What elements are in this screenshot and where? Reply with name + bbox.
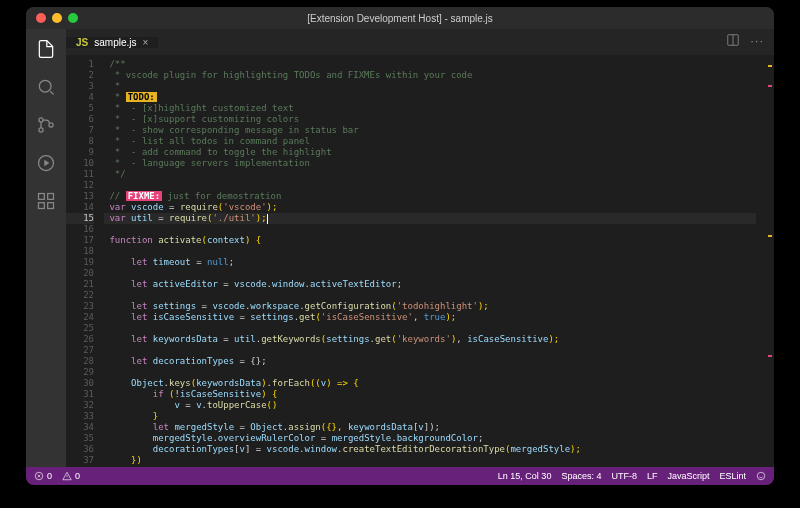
svg-point-11 bbox=[757, 472, 765, 480]
vscode-window: [Extension Development Host] - sample.js… bbox=[26, 7, 774, 485]
editor-group: JS sample.js × ··· 123456789101112131415… bbox=[66, 29, 774, 467]
minimap[interactable] bbox=[756, 55, 774, 467]
svg-point-2 bbox=[39, 128, 43, 132]
status-eol[interactable]: LF bbox=[647, 471, 658, 481]
zoom-dot[interactable] bbox=[68, 13, 78, 23]
minimize-dot[interactable] bbox=[52, 13, 62, 23]
warning-icon bbox=[62, 471, 72, 481]
activity-bar bbox=[26, 29, 66, 467]
status-errors[interactable]: 0 bbox=[34, 471, 52, 481]
more-icon[interactable]: ··· bbox=[750, 33, 764, 51]
svg-rect-8 bbox=[48, 203, 54, 209]
status-language[interactable]: JavaScript bbox=[667, 471, 709, 481]
svg-point-3 bbox=[49, 123, 53, 127]
split-editor-icon[interactable] bbox=[726, 33, 740, 51]
close-icon[interactable]: × bbox=[142, 37, 148, 48]
js-icon: JS bbox=[76, 37, 88, 48]
status-cursor[interactable]: Ln 15, Col 30 bbox=[498, 471, 552, 481]
error-icon bbox=[34, 471, 44, 481]
titlebar[interactable]: [Extension Development Host] - sample.js bbox=[26, 7, 774, 29]
line-gutter: 1234567891011121314151617181920212223242… bbox=[66, 55, 104, 467]
traffic-lights bbox=[26, 13, 78, 23]
tab-actions: ··· bbox=[726, 33, 774, 51]
svg-point-1 bbox=[39, 118, 43, 122]
search-icon[interactable] bbox=[36, 77, 56, 101]
source-control-icon[interactable] bbox=[36, 115, 56, 139]
explorer-icon[interactable] bbox=[36, 39, 56, 63]
svg-rect-5 bbox=[39, 194, 45, 200]
debug-icon[interactable] bbox=[36, 153, 56, 177]
window-body: JS sample.js × ··· 123456789101112131415… bbox=[26, 29, 774, 467]
svg-rect-7 bbox=[39, 203, 45, 209]
status-bar: 0 0 Ln 15, Col 30 Spaces: 4 UTF-8 LF Jav… bbox=[26, 467, 774, 485]
tab-sample-js[interactable]: JS sample.js × bbox=[66, 37, 158, 48]
tab-label: sample.js bbox=[94, 37, 136, 48]
window-title: [Extension Development Host] - sample.js bbox=[307, 13, 493, 24]
status-spaces[interactable]: Spaces: 4 bbox=[561, 471, 601, 481]
feedback-icon[interactable] bbox=[756, 471, 766, 481]
status-encoding[interactable]: UTF-8 bbox=[611, 471, 637, 481]
close-dot[interactable] bbox=[36, 13, 46, 23]
code-area[interactable]: /** * vscode plugin for highlighting TOD… bbox=[104, 55, 756, 467]
extensions-icon[interactable] bbox=[36, 191, 56, 215]
status-eslint[interactable]: ESLint bbox=[719, 471, 746, 481]
svg-point-0 bbox=[39, 80, 51, 92]
svg-rect-6 bbox=[48, 194, 54, 200]
editor[interactable]: 1234567891011121314151617181920212223242… bbox=[66, 55, 774, 467]
status-warnings[interactable]: 0 bbox=[62, 471, 80, 481]
tab-bar: JS sample.js × ··· bbox=[66, 29, 774, 55]
